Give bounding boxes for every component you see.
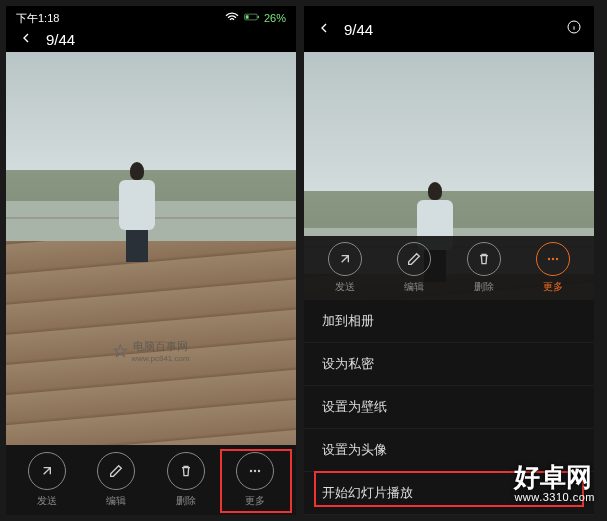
delete-label: 删除: [474, 280, 494, 294]
share-icon: [28, 452, 66, 490]
delete-button[interactable]: 删除: [156, 452, 216, 508]
edit-label: 编辑: [106, 494, 126, 508]
watermark-url: www.pc841.com: [131, 354, 189, 363]
gallery-top-bar: 9/44: [304, 6, 594, 44]
svg-point-3: [250, 470, 252, 472]
svg-point-5: [258, 470, 260, 472]
battery-icon: [244, 9, 260, 27]
more-button[interactable]: 更多: [225, 452, 285, 508]
share-icon: [328, 242, 362, 276]
send-button[interactable]: 发送: [17, 452, 77, 508]
svg-rect-1: [258, 16, 259, 18]
svg-rect-2: [246, 15, 249, 18]
status-bar: 下午1:18 26%: [6, 6, 296, 30]
send-button[interactable]: 发送: [315, 242, 375, 294]
photo-counter: 9/44: [344, 21, 373, 38]
send-label: 发送: [37, 494, 57, 508]
watermark-right-text: 好卓网: [514, 462, 592, 492]
more-icon: [536, 242, 570, 276]
option-set-private[interactable]: 设为私密: [304, 343, 594, 386]
watermark-right-url: www.3310.com: [514, 491, 595, 503]
more-icon: [236, 452, 274, 490]
svg-point-8: [552, 258, 554, 260]
back-button[interactable]: [316, 18, 332, 41]
option-set-wallpaper[interactable]: 设置为壁纸: [304, 386, 594, 429]
more-label: 更多: [245, 494, 265, 508]
trash-icon: [167, 452, 205, 490]
photo-counter: 9/44: [46, 31, 75, 48]
delete-button[interactable]: 删除: [454, 242, 514, 294]
battery-percent: 26%: [264, 12, 286, 24]
left-phone-screenshot: 下午1:18 26% 9/44 电: [6, 6, 296, 515]
bottom-toolbar: 发送 编辑 删除 更多: [6, 445, 296, 515]
svg-point-4: [254, 470, 256, 472]
back-button[interactable]: [18, 28, 34, 51]
floating-toolbar: 发送 编辑 删除 更多: [304, 236, 594, 300]
status-time: 下午1:18: [16, 11, 59, 26]
wifi-icon: [224, 9, 240, 27]
more-label: 更多: [543, 280, 563, 294]
edit-label: 编辑: [404, 280, 424, 294]
delete-label: 删除: [176, 494, 196, 508]
photo-subject: [116, 162, 158, 262]
svg-point-7: [548, 258, 550, 260]
edit-icon: [97, 452, 135, 490]
more-button-active[interactable]: 更多: [523, 242, 583, 294]
info-button[interactable]: [566, 19, 582, 39]
watermark-haozhuo: 好卓网 www.3310.com: [514, 460, 595, 503]
send-label: 发送: [335, 280, 355, 294]
edit-button[interactable]: 编辑: [384, 242, 444, 294]
option-add-to-album[interactable]: 加到相册: [304, 300, 594, 343]
photo-viewport[interactable]: 电脑百事网 www.pc841.com: [6, 52, 296, 445]
watermark-text: 电脑百事网: [131, 339, 189, 354]
right-phone-screenshot: 9/44 发送 编辑: [304, 6, 594, 515]
trash-icon: [467, 242, 501, 276]
edit-button[interactable]: 编辑: [86, 452, 146, 508]
watermark-pc841: 电脑百事网 www.pc841.com: [112, 339, 189, 363]
edit-icon: [397, 242, 431, 276]
svg-point-9: [556, 258, 558, 260]
